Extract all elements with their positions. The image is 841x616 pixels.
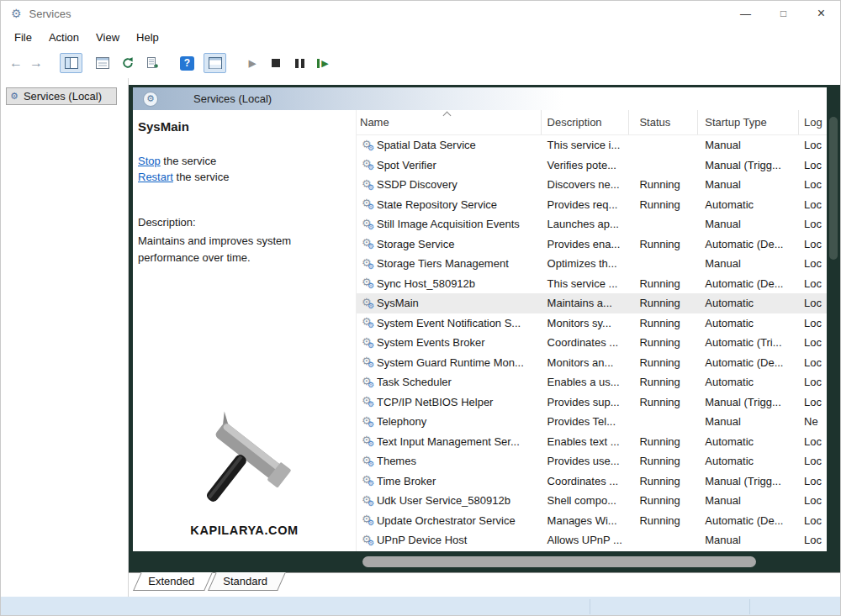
- help-button[interactable]: ?: [176, 53, 198, 73]
- table-row[interactable]: ⚙⚙ SSDP Discovery Discovers ne... Runnin…: [357, 175, 827, 195]
- table-row[interactable]: ⚙⚙ Udk User Service_580912b Shell compo.…: [357, 491, 827, 511]
- stop-service-link[interactable]: Stop: [138, 155, 161, 167]
- export-list-button[interactable]: [141, 53, 164, 73]
- hammer-watermark-image: [182, 423, 325, 524]
- menu-file[interactable]: File: [6, 29, 40, 46]
- service-gear-icon: ⚙⚙: [357, 455, 377, 468]
- properties-button[interactable]: [91, 53, 114, 73]
- cell-name: State Repository Service: [377, 198, 542, 211]
- bottom-strip-divider: [749, 599, 750, 614]
- table-row[interactable]: ⚙⚙ Time Broker Coordinates ... Running M…: [357, 471, 827, 492]
- cell-log-on-as: Loc: [799, 336, 827, 349]
- cell-log-on-as: Ne: [799, 415, 827, 428]
- restart-service-button[interactable]: ▶: [312, 54, 334, 72]
- cell-log-on-as: Loc: [799, 494, 827, 507]
- restart-service-row: Restart the service: [138, 171, 229, 183]
- cell-description: Provides ena...: [542, 238, 630, 250]
- refresh-button[interactable]: [116, 53, 139, 73]
- column-header-description[interactable]: Description: [542, 110, 630, 134]
- service-gear-icon: ⚙⚙: [357, 415, 377, 429]
- table-row[interactable]: ⚙⚙ TCP/IP NetBIOS Helper Provides sup...…: [357, 392, 827, 413]
- cell-log-on-as: Loc: [799, 159, 827, 171]
- start-service-button[interactable]: ▶: [241, 54, 263, 72]
- cell-status: Running: [629, 514, 698, 527]
- cell-startup-type: Manual: [698, 139, 799, 151]
- cell-description: Discovers ne...: [542, 178, 630, 191]
- table-row[interactable]: ⚙⚙ SysMain Maintains a... Running Automa…: [357, 293, 827, 313]
- tree-item-label: Services (Local): [24, 90, 102, 103]
- cell-startup-type: Automatic: [698, 455, 799, 467]
- table-row[interactable]: ⚙⚙ System Guard Runtime Mon... Monitors …: [357, 353, 827, 373]
- table-row[interactable]: ⚙⚙ Storage Service Provides ena... Runni…: [357, 234, 827, 255]
- show-console-tree-button[interactable]: [60, 53, 82, 73]
- table-row[interactable]: ⚙⚙ Themes Provides use... Running Automa…: [357, 451, 827, 471]
- cell-description: Launches ap...: [542, 218, 630, 230]
- table-row[interactable]: ⚙⚙ Storage Tiers Management Optimizes th…: [357, 254, 827, 274]
- table-row[interactable]: ⚙⚙ Telephony Provides Tel... Manual Ne: [357, 412, 827, 432]
- cell-log-on-as: Loc: [799, 297, 827, 309]
- table-row[interactable]: ⚙⚙ Text Input Management Ser... Enables …: [357, 432, 827, 452]
- menu-help[interactable]: Help: [128, 29, 167, 46]
- tab-extended[interactable]: Extended: [133, 572, 213, 591]
- cell-name: System Events Broker: [377, 336, 542, 349]
- forward-icon[interactable]: →: [26, 55, 46, 71]
- service-gear-icon: ⚙⚙: [357, 178, 377, 192]
- tab-extended-label: Extended: [148, 575, 194, 587]
- restart-service-suffix: the service: [173, 171, 229, 183]
- table-row[interactable]: ⚙⚙ State Repository Service Provides req…: [357, 195, 827, 215]
- cell-startup-type: Manual: [698, 534, 799, 546]
- back-icon[interactable]: ←: [6, 55, 26, 71]
- horizontal-scrollbar-thumb[interactable]: [362, 556, 756, 567]
- cell-name: Telephony: [377, 415, 542, 428]
- table-row[interactable]: ⚙⚙ System Events Broker Coordinates ... …: [357, 333, 827, 353]
- cell-name: Still Image Acquisition Events: [377, 218, 542, 230]
- table-row[interactable]: ⚙⚙ Still Image Acquisition Events Launch…: [357, 214, 827, 234]
- properties-icon: [96, 57, 109, 69]
- column-header-status[interactable]: Status: [629, 110, 698, 134]
- cell-startup-type: Manual: [698, 257, 799, 270]
- stop-service-button[interactable]: [265, 54, 287, 72]
- cell-name: Themes: [377, 455, 542, 467]
- table-row[interactable]: ⚙⚙ System Event Notification S... Monito…: [357, 313, 827, 334]
- column-header-log-on-as[interactable]: Log: [799, 110, 827, 134]
- service-gear-icon: ⚙⚙: [357, 139, 377, 152]
- close-button[interactable]: ×: [802, 1, 840, 26]
- cell-startup-type: Automatic (De...: [698, 356, 799, 369]
- cell-description: Provides Tel...: [542, 415, 630, 428]
- table-row[interactable]: ⚙⚙ UPnP Device Host Allows UPnP ... Manu…: [357, 530, 827, 550]
- vertical-scrollbar-thumb[interactable]: [829, 117, 838, 260]
- cell-log-on-as: Loc: [799, 376, 827, 388]
- stop-service-row: Stop the service: [138, 155, 216, 167]
- pause-service-button[interactable]: [288, 54, 310, 72]
- cell-name: UPnP Device Host: [377, 534, 542, 546]
- services-gear-icon: ⚙: [10, 92, 19, 101]
- cell-status: Running: [629, 494, 698, 507]
- cell-startup-type: Automatic (De...: [698, 238, 799, 250]
- cell-log-on-as: Loc: [799, 435, 827, 448]
- content-column: ⚙ Services (Local) SysMain Stop the serv…: [129, 78, 840, 597]
- tree-item-services-local[interactable]: ⚙ Services (Local): [6, 87, 117, 105]
- extended-view-button[interactable]: [204, 53, 226, 73]
- content-frame: ⚙ Services (Local) SysMain Stop the serv…: [129, 85, 840, 572]
- table-row[interactable]: ⚙⚙ Spot Verifier Verifies pote... Manual…: [357, 155, 827, 176]
- maximize-button[interactable]: □: [764, 1, 802, 26]
- table-row[interactable]: ⚙⚙ Update Orchestrator Service Manages W…: [357, 511, 827, 531]
- cell-description: Enables a us...: [542, 376, 630, 388]
- cell-log-on-as: Loc: [799, 139, 827, 151]
- table-row[interactable]: ⚙⚙ Task Scheduler Enables a us... Runnin…: [357, 372, 827, 392]
- minimize-button[interactable]: —: [727, 1, 764, 26]
- menu-view[interactable]: View: [87, 29, 128, 46]
- service-details-pane: SysMain Stop the service Restart the ser…: [133, 110, 356, 551]
- cell-startup-type: Manual: [698, 178, 799, 191]
- bottom-strip-divider: [590, 599, 590, 614]
- play-icon: ▶: [249, 58, 256, 69]
- restart-service-link[interactable]: Restart: [138, 171, 173, 183]
- menu-action[interactable]: Action: [40, 29, 87, 46]
- cell-status: Running: [629, 238, 698, 250]
- column-header-startup-type[interactable]: Startup Type: [698, 110, 799, 134]
- service-list-pane: Name Description Status Startup Type Log…: [356, 110, 827, 551]
- tab-standard[interactable]: Standard: [208, 572, 286, 591]
- cell-description: Optimizes th...: [542, 257, 630, 270]
- table-row[interactable]: ⚙⚙ Spatial Data Service This service i..…: [357, 135, 827, 155]
- table-row[interactable]: ⚙⚙ Sync Host_580912b This service ... Ru…: [357, 274, 827, 294]
